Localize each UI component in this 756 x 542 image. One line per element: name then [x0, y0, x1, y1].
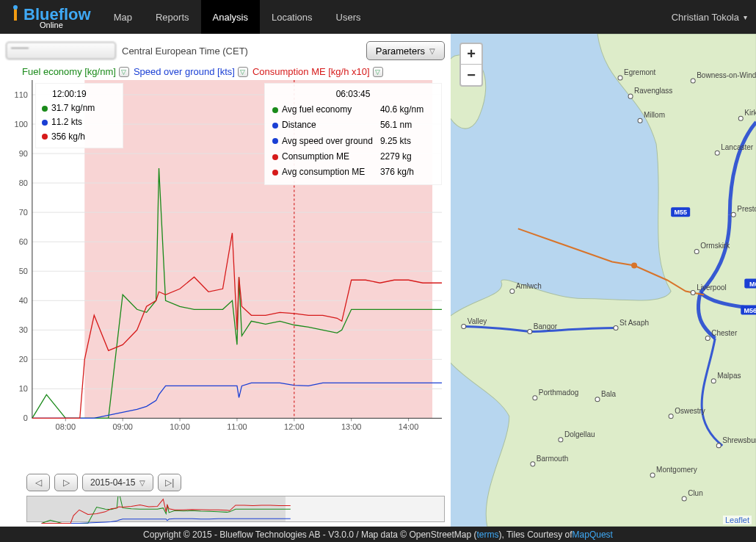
svg-text:Millom: Millom: [644, 111, 665, 119]
svg-point-74: [528, 330, 532, 334]
svg-point-1: [13, 5, 18, 10]
svg-text:M56: M56: [744, 307, 756, 314]
svg-text:20: 20: [19, 355, 28, 364]
legend-speed[interactable]: Speed over ground [kts]: [134, 66, 235, 77]
parameters-button[interactable]: Parameters ▽: [366, 41, 445, 60]
date-label: 2015-04-15: [90, 477, 135, 488]
map[interactable]: M55M6M56EgremontRavenglassBowness-on-Win…: [451, 34, 756, 527]
svg-text:14:00: 14:00: [399, 422, 418, 431]
footer-terms-link[interactable]: terms: [477, 530, 499, 540]
svg-text:100: 100: [15, 120, 28, 129]
svg-text:Bangor: Bangor: [534, 322, 558, 330]
svg-point-66: [694, 249, 699, 253]
svg-text:Lancaster: Lancaster: [721, 143, 754, 151]
svg-point-58: [738, 116, 743, 120]
svg-point-72: [462, 325, 466, 329]
svg-text:Bala: Bala: [601, 390, 616, 398]
svg-text:M55: M55: [674, 209, 687, 216]
next-frame-button[interactable]: ▷: [54, 474, 78, 491]
footer: Copyright © 2015 - Blueflow Technologies…: [0, 527, 756, 542]
overview-chart[interactable]: [26, 496, 445, 522]
user-name: Christian Tokola: [672, 12, 739, 23]
svg-point-68: [510, 289, 515, 294]
timezone-label: Central European Time (CET): [122, 46, 248, 57]
svg-text:10: 10: [19, 384, 28, 393]
zoom-control: + −: [459, 43, 483, 87]
parameters-label: Parameters: [376, 46, 425, 57]
ship-select[interactable]: ——: [6, 42, 116, 59]
svg-text:90: 90: [19, 149, 28, 158]
nav-items: Map Reports Analysis Locations Users: [102, 0, 373, 34]
svg-text:Ravenglass: Ravenglass: [634, 87, 672, 95]
svg-point-92: [531, 462, 535, 466]
svg-text:40: 40: [19, 296, 28, 305]
svg-point-94: [650, 473, 655, 477]
nav-users[interactable]: Users: [324, 0, 373, 34]
main-chart[interactable]: 010203040506070809010011008:0009:0010:00…: [6, 77, 445, 469]
svg-point-90: [716, 444, 721, 448]
svg-text:Egremont: Egremont: [624, 68, 656, 76]
svg-text:Bowness-on-Windermere: Bowness-on-Windermere: [697, 71, 756, 79]
svg-point-88: [559, 438, 563, 442]
timeline: ◁ ▷ 2015-04-15 ▽ ▷|: [6, 474, 445, 527]
date-picker[interactable]: 2015-04-15 ▽: [82, 474, 153, 491]
footer-text: Copyright © 2015 - Blueflow Technologies…: [143, 530, 476, 540]
svg-point-80: [533, 396, 537, 400]
brand[interactable]: Blueflow Online: [9, 4, 102, 29]
svg-point-60: [638, 118, 642, 123]
brand-sub: Online: [40, 21, 102, 29]
svg-text:Dolgellau: Dolgellau: [564, 430, 595, 438]
svg-point-78: [705, 336, 710, 341]
nav-analysis[interactable]: Analysis: [201, 0, 260, 34]
svg-text:Oswestry: Oswestry: [675, 407, 705, 415]
chart-legend: Fuel economy [kg/nm]▽ Speed over ground …: [22, 66, 445, 77]
svg-point-84: [711, 379, 716, 383]
chevron-down-icon: ▽: [139, 479, 145, 487]
svg-point-64: [731, 212, 735, 217]
jump-latest-button[interactable]: ▷|: [158, 474, 181, 491]
legend-cons[interactable]: Consumption ME [kg/h x10]: [252, 66, 370, 77]
svg-text:70: 70: [19, 208, 28, 217]
svg-text:Preston: Preston: [737, 205, 756, 213]
legend-cons-toggle[interactable]: ▽: [373, 67, 383, 77]
analysis-pane: —— Central European Time (CET) Parameter…: [0, 34, 451, 527]
svg-point-70: [691, 291, 695, 295]
chevron-down-icon: ▽: [429, 47, 435, 55]
svg-text:Chester: Chester: [711, 329, 738, 337]
svg-text:St Asaph: St Asaph: [619, 319, 649, 327]
legend-fuel[interactable]: Fuel economy [kg/nm]: [22, 66, 116, 77]
svg-point-62: [715, 151, 719, 155]
svg-point-76: [614, 326, 618, 330]
svg-text:80: 80: [19, 178, 28, 187]
svg-text:Barmouth: Barmouth: [537, 455, 568, 463]
svg-text:09:00: 09:00: [112, 422, 132, 431]
svg-text:13:00: 13:00: [341, 422, 361, 431]
svg-point-52: [618, 76, 622, 80]
leaflet-attrib[interactable]: Leaflet: [723, 516, 752, 524]
nav-map[interactable]: Map: [102, 0, 144, 34]
zoom-out-button[interactable]: −: [461, 65, 481, 85]
svg-text:Clun: Clun: [688, 489, 703, 497]
nav-reports[interactable]: Reports: [144, 0, 201, 34]
svg-text:Shrewsbury: Shrewsbury: [722, 436, 756, 444]
svg-text:50: 50: [19, 267, 28, 275]
hover-tooltip-point: 12:00:19 31.7 kg/nm11.2 kts356 kg/h: [35, 83, 123, 148]
legend-speed-toggle[interactable]: ▽: [238, 67, 248, 77]
user-menu[interactable]: Christian Tokola ▾: [672, 12, 747, 23]
footer-mapquest-link[interactable]: MapQuest: [573, 530, 613, 540]
svg-point-96: [682, 496, 686, 501]
svg-point-54: [628, 94, 633, 98]
hover-duration: 06:03:45: [271, 87, 435, 101]
caret-icon: ▾: [744, 13, 747, 21]
zoom-in-button[interactable]: +: [461, 44, 481, 65]
svg-text:Liverpool: Liverpool: [697, 283, 727, 292]
svg-text:110: 110: [15, 90, 28, 99]
svg-text:12:00: 12:00: [284, 422, 304, 431]
nav-locations[interactable]: Locations: [260, 0, 324, 34]
svg-point-51: [631, 262, 637, 268]
svg-text:Porthmadog: Porthmadog: [539, 389, 578, 397]
svg-text:0: 0: [23, 413, 28, 422]
svg-text:10:00: 10:00: [170, 422, 189, 431]
legend-fuel-toggle[interactable]: ▽: [119, 67, 129, 77]
prev-frame-button[interactable]: ◁: [26, 474, 50, 491]
